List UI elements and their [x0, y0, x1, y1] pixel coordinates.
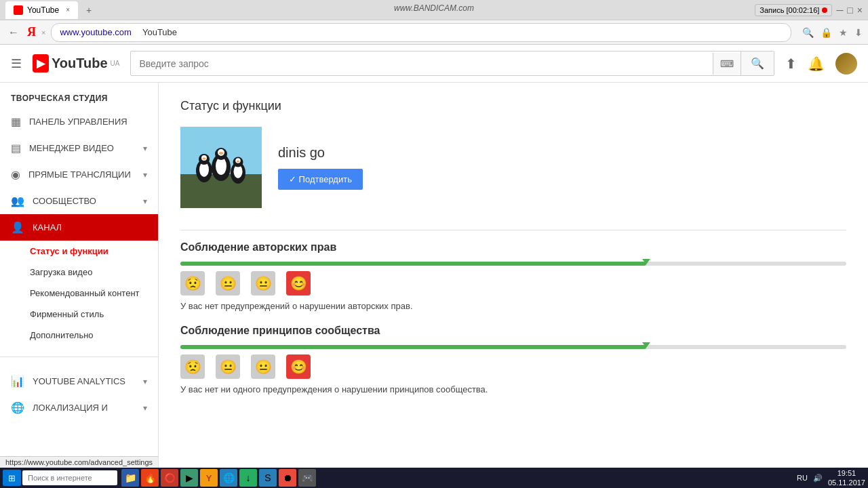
- sidebar-item-label: ЛОКАЛИЗАЦИЯ И: [33, 403, 108, 413]
- sidebar-sub-recommended[interactable]: Рекомендованный контент: [0, 283, 158, 304]
- browser-address-bar: ← Я × www.youtube.com YouTube 🔍 🔒 ★ ⬇: [0, 20, 868, 45]
- localization-icon: 🌐: [11, 401, 24, 414]
- sidebar-item-localization[interactable]: 🌐 ЛОКАЛИЗАЦИЯ И ▾: [0, 394, 158, 421]
- search-button[interactable]: 🔍: [741, 52, 774, 75]
- sidebar-item-video-manager[interactable]: ▤ МЕНЕДЖЕР ВИДЕО ▾: [0, 135, 158, 161]
- search-browser-icon[interactable]: 🔍: [802, 27, 814, 38]
- community-progress: [180, 345, 846, 349]
- close-window-button[interactable]: ×: [857, 5, 863, 16]
- minimize-button[interactable]: ─: [836, 5, 843, 16]
- browser-action-icons: 🔍 🔒 ★ ⬇: [802, 27, 863, 38]
- search-bar: ⌨ 🔍: [130, 51, 774, 76]
- taskbar-app-media[interactable]: ▶: [180, 469, 198, 487]
- copyright-status-text: У вас нет предупреждений о нарушении авт…: [180, 301, 846, 311]
- taskbar-app-firefox[interactable]: 🔥: [141, 469, 159, 487]
- copyright-smiley-row: 😟 😐 😐 😊: [180, 271, 846, 296]
- progress-bar-background: [180, 345, 846, 349]
- notifications-button[interactable]: 🔔: [808, 56, 825, 72]
- star-icon[interactable]: ★: [839, 27, 848, 38]
- taskbar-app-record[interactable]: ⏺: [279, 469, 296, 487]
- hamburger-menu-button[interactable]: ☰: [11, 56, 22, 71]
- volume-icon[interactable]: 🔊: [813, 474, 823, 483]
- page-title: Статус и функции: [180, 99, 846, 113]
- sub-item-label: Загрузка видео: [30, 267, 92, 277]
- sidebar-item-label: СООБЩЕСТВО: [33, 196, 96, 206]
- clock-date: 05.11.2017: [828, 478, 865, 487]
- status-bar: https://www.youtube.com/advanced_setting…: [0, 456, 158, 468]
- sidebar-item-label: ПАНЕЛЬ УПРАВЛЕНИЯ: [29, 117, 127, 127]
- confirm-button[interactable]: ✓ Подтвердить: [278, 169, 363, 190]
- address-bar[interactable]: www.youtube.com YouTube: [51, 23, 791, 42]
- smiley-1: 😟: [180, 271, 205, 296]
- taskbar-app-ie[interactable]: 🌐: [220, 469, 237, 487]
- download-icon[interactable]: ⬇: [854, 27, 863, 38]
- taskbar-apps: 📁 🔥 ⭕ ▶ Y 🌐 ↓ S ⏺ 🎮: [121, 469, 316, 487]
- chevron-down-icon: ▾: [143, 197, 147, 206]
- browser-title-bar: YouTube × + www.BANDICAM.com Запись [00:…: [0, 0, 868, 20]
- sidebar-sub-upload[interactable]: Загрузка видео: [0, 262, 158, 283]
- close-tab-x[interactable]: ×: [41, 28, 45, 37]
- sidebar-item-analytics[interactable]: 📊 YOUTUBE ANALYTICS ▾: [0, 368, 158, 394]
- language-indicator: RU: [797, 474, 808, 482]
- tab-close-button[interactable]: ×: [66, 6, 70, 14]
- taskbar-app-skype[interactable]: S: [259, 469, 277, 487]
- youtube-header: ☰ ▶ YouTube UA ⌨ 🔍 ⬆ 🔔: [0, 45, 868, 83]
- progress-bar-fill: [180, 345, 646, 349]
- taskbar-app-opera[interactable]: ⭕: [161, 469, 178, 487]
- taskbar-app-misc[interactable]: 🎮: [298, 469, 316, 487]
- smiley-3: 😐: [251, 271, 275, 296]
- sidebar-item-live[interactable]: ◉ ПРЯМЫЕ ТРАНСЛЯЦИИ ▾: [0, 161, 158, 188]
- chevron-down-icon: ▾: [143, 403, 147, 413]
- progress-bar-background: [180, 262, 846, 266]
- svg-point-6: [219, 152, 223, 155]
- start-button[interactable]: ⊞: [3, 470, 21, 486]
- sidebar-item-channel[interactable]: 👤 КАНАЛ: [0, 214, 158, 241]
- youtube-logo[interactable]: ▶ YouTube UA: [33, 54, 119, 73]
- sub-item-label: Дополнительно: [30, 330, 94, 340]
- sidebar: ТВОРЧЕСКАЯ СТУДИЯ ▦ ПАНЕЛЬ УПРАВЛЕНИЯ ▤ …: [0, 83, 159, 468]
- sidebar-sub-advanced[interactable]: Дополнительно: [0, 325, 158, 346]
- taskbar: ⊞ 📁 🔥 ⭕ ▶ Y 🌐 ↓ S ⏺ 🎮 RU 🔊 19:51 05.11.2…: [0, 468, 868, 488]
- sidebar-item-dashboard[interactable]: ▦ ПАНЕЛЬ УПРАВЛЕНИЯ: [0, 108, 158, 135]
- smiley-4-active: 😊: [286, 271, 311, 296]
- recording-badge: Запись [00:02:16]: [755, 4, 832, 16]
- channel-avatar: [180, 127, 262, 208]
- recording-label: Запись [00:02:16]: [760, 6, 819, 14]
- keyboard-button[interactable]: ⌨: [713, 53, 741, 75]
- new-tab-button[interactable]: +: [81, 2, 97, 18]
- active-tab[interactable]: YouTube ×: [5, 1, 78, 19]
- channel-avatar-image: [180, 127, 262, 208]
- smiley-2: 😐: [216, 271, 240, 296]
- address-url: www.youtube.com: [60, 27, 132, 37]
- main-layout: ТВОРЧЕСКАЯ СТУДИЯ ▦ ПАНЕЛЬ УПРАВЛЕНИЯ ▤ …: [0, 83, 868, 468]
- youtube-logo-text: YouTube: [52, 56, 108, 71]
- tab-favicon: [14, 5, 23, 15]
- smiley-2: 😐: [216, 354, 240, 379]
- channel-icon: 👤: [11, 221, 24, 234]
- yandex-logo: Я: [27, 25, 36, 39]
- copyright-progress: [180, 262, 846, 266]
- dashboard-icon: ▦: [11, 115, 21, 128]
- sidebar-sub-branding[interactable]: Фирменный стиль: [0, 304, 158, 325]
- address-title: YouTube: [142, 27, 177, 37]
- sidebar-item-community[interactable]: 👥 СООБЩЕСТВО ▾: [0, 188, 158, 214]
- sidebar-studio-title: ТВОРЧЕСКАЯ СТУДИЯ: [0, 83, 158, 108]
- taskbar-app-files[interactable]: 📁: [121, 469, 139, 487]
- channel-info: dinis go ✓ Подтвердить: [278, 145, 363, 190]
- community-icon: 👥: [11, 195, 24, 207]
- search-input[interactable]: [131, 53, 713, 75]
- progress-bar-fill: [180, 262, 646, 266]
- community-smiley-row: 😟 😐 😐 😊: [180, 354, 846, 379]
- main-content: Статус и функции: [159, 83, 868, 468]
- sidebar-sub-status[interactable]: Статус и функции: [0, 241, 158, 262]
- taskbar-search-input[interactable]: [22, 470, 117, 485]
- user-avatar[interactable]: [835, 53, 857, 75]
- taskbar-app-utorrent[interactable]: ↓: [239, 469, 257, 487]
- sub-item-label: Фирменный стиль: [30, 309, 104, 319]
- maximize-button[interactable]: □: [847, 5, 852, 16]
- youtube-logo-icon: ▶: [33, 54, 49, 73]
- back-button[interactable]: ←: [5, 25, 22, 40]
- taskbar-app-yandex[interactable]: Y: [200, 469, 218, 487]
- taskbar-right: RU 🔊 19:51 05.11.2017: [797, 468, 865, 488]
- upload-button[interactable]: ⬆: [785, 56, 797, 72]
